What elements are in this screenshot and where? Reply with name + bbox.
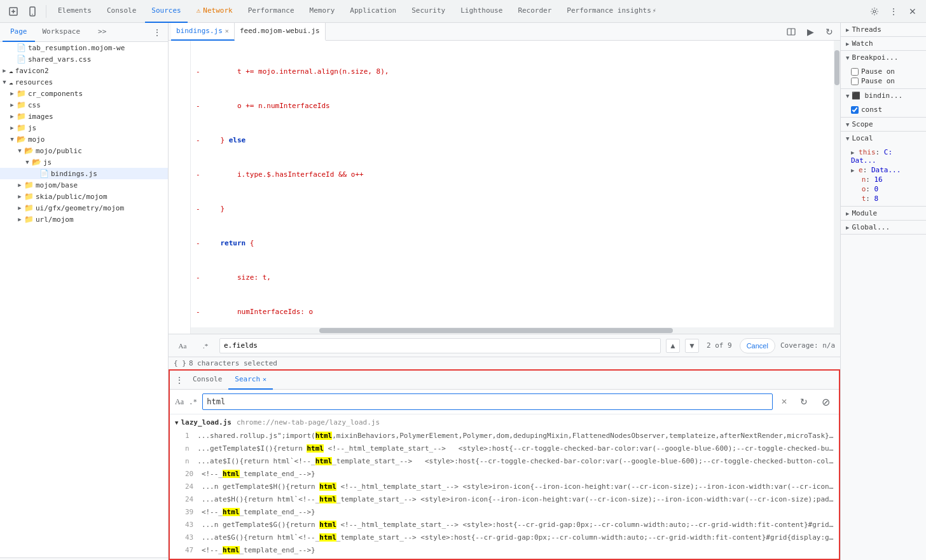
refresh-btn[interactable]: ↻ — [821, 24, 838, 40]
result-line[interactable]: 24 ...n getTemplate$H(){return html <!--… — [170, 481, 839, 493]
search-clear-btn[interactable]: ✕ — [778, 395, 791, 408]
vertical-scrollbar-track[interactable] — [834, 41, 840, 334]
split-editor-btn[interactable] — [783, 24, 799, 40]
file-tab-feed[interactable]: feed.mojom-webui.js — [235, 23, 326, 41]
horizontal-scrollbar-thumb[interactable] — [319, 328, 673, 333]
local-header[interactable]: ▼ Local — [841, 132, 926, 145]
pause-on-exceptions: Pause on — [851, 67, 921, 76]
bottom-menu-btn[interactable]: ⋮ — [172, 373, 186, 387]
tab-lighthouse[interactable]: Lighthouse — [454, 0, 509, 23]
tab-console[interactable]: Console — [100, 0, 142, 23]
search-input[interactable] — [202, 393, 773, 410]
tab-elements[interactable]: Elements — [52, 0, 98, 23]
bindings-bp-header[interactable]: ▼ ⬛ bindin... — [841, 89, 926, 102]
search-regex-btn[interactable]: .* — [197, 338, 214, 353]
file-icon: 📄 — [17, 43, 26, 52]
vertical-scrollbar-thumb[interactable] — [834, 50, 840, 85]
play-btn[interactable]: ▶ — [802, 24, 819, 40]
tab-memory[interactable]: Memory — [303, 0, 342, 23]
module-header[interactable]: ▶ Module — [841, 207, 926, 220]
search-regex-btn[interactable]: .* — [189, 398, 197, 406]
tree-item-ui-gfx[interactable]: ▶ 📁 ui/gfx/geometry/mojom — [0, 202, 168, 214]
bottom-tab-console[interactable]: Console — [186, 371, 228, 390]
result-line[interactable]: 20 <!--_html_template_end_-->} — [170, 468, 839, 481]
device-icon-btn[interactable] — [24, 3, 41, 20]
tree-item-mojom-base[interactable]: ▶ 📁 mojom/base — [0, 179, 168, 191]
tree-item-mojo-public-js[interactable]: ▼ 📂 js — [0, 156, 168, 168]
local-this[interactable]: ▶ this: C: Dat... — [851, 147, 921, 165]
tree-item-images[interactable]: ▶ 📁 images — [0, 111, 168, 122]
bp-const-checkbox[interactable] — [851, 106, 859, 114]
left-panel-resize[interactable] — [0, 557, 168, 560]
file-tab-bindings-label: bindings.js — [176, 27, 223, 35]
result-line[interactable]: 51 ...n getTemplate$F(){return html <!--… — [170, 557, 839, 559]
tab-performance[interactable]: Performance — [242, 0, 301, 23]
local-e[interactable]: ▶ e: Data... — [851, 165, 921, 175]
search-case-sensitive-btn[interactable]: Aa — [174, 338, 191, 353]
breakpoints-header[interactable]: ▼ Breakpoi... — [841, 51, 926, 64]
horizontal-scrollbar[interactable] — [191, 327, 834, 334]
tab-network[interactable]: ⚠ Network — [190, 0, 239, 23]
tree-item-bindings-js[interactable]: 📄 bindings.js — [0, 168, 168, 179]
tree-item-mojo[interactable]: ▼ 📂 mojo — [0, 133, 168, 145]
code-line: - size: t, — [196, 272, 835, 283]
find-in-file-input[interactable] — [219, 338, 661, 353]
bottom-tab-search[interactable]: Search ✕ — [228, 371, 273, 390]
bp-const-row: const — [851, 105, 921, 114]
tree-item-favicon2[interactable]: ▶ ☁ favicon2 — [0, 65, 168, 76]
global-header[interactable]: ▶ Global... — [841, 221, 926, 234]
inspect-icon-btn[interactable] — [5, 3, 22, 20]
subtab-workspace[interactable]: Workspace — [35, 23, 88, 42]
tree-item-skia[interactable]: ▶ 📁 skia/public/mojom — [0, 191, 168, 202]
result-line[interactable]: 24 ...ate$H(){return html`<!--_html_temp… — [170, 493, 839, 506]
result-line[interactable]: n ...getTemplate$I(){return html <!--_ht… — [170, 442, 839, 455]
result-line[interactable]: 47 <!--_html_template_end_-->} — [170, 544, 839, 557]
result-file-header[interactable]: ▼ lazy_load.js chrome://new-tab-page/laz… — [170, 416, 839, 430]
subtabs-menu-btn[interactable]: ⋮ — [149, 24, 165, 41]
tab-sources[interactable]: Sources — [145, 0, 187, 23]
file-tab-bindings[interactable]: bindings.js ✕ — [171, 23, 235, 41]
result-line[interactable]: n ...ate$I(){return html`<!--_html_templ… — [170, 455, 839, 468]
scope-label: Scope — [852, 120, 873, 128]
tab-perf-insights[interactable]: Performance insights ⚡ — [560, 0, 662, 23]
tab-recorder[interactable]: Recorder — [511, 0, 558, 23]
tree-item-mojo-public[interactable]: ▼ 📂 mojo/public — [0, 145, 168, 156]
tree-item-js[interactable]: ▶ 📁 js — [0, 122, 168, 133]
more-btn[interactable]: ⋮ — [885, 3, 902, 20]
bottom-tab-search-close[interactable]: ✕ — [263, 376, 266, 383]
result-line[interactable]: 1 ...shared.rollup.js";import(html,mixin… — [170, 430, 839, 442]
subtab-page[interactable]: Page — [3, 23, 35, 42]
folder-open-icon: 📂 — [17, 135, 26, 144]
cloud-folder-open-icon: ☁ — [9, 78, 13, 86]
subtab-more[interactable]: >> — [90, 23, 114, 42]
result-line[interactable]: 43 ...ate$G(){return html`<!--_html_temp… — [170, 531, 839, 544]
tree-item-shared-vars[interactable]: 📄 shared_vars.css — [0, 53, 168, 65]
find-prev-btn[interactable]: ▲ — [666, 339, 680, 353]
tree-item-url-mojom[interactable]: ▶ 📁 url/mojom — [0, 214, 168, 225]
tab-application[interactable]: Application — [343, 0, 403, 23]
tab-security[interactable]: Security — [405, 0, 452, 23]
folder-open-icon: 📂 — [24, 146, 34, 155]
find-in-file-bar: Aa .* ▲ ▼ 2 of 9 Cancel Coverage: n/a — [169, 334, 840, 357]
search-aa-btn[interactable]: Aa — [175, 397, 184, 407]
tree-item-resources[interactable]: ▼ ☁ resources — [0, 76, 168, 88]
find-next-btn[interactable]: ▼ — [685, 339, 699, 353]
watch-header[interactable]: ▶ Watch — [841, 37, 926, 50]
close-devtools-btn[interactable]: ✕ — [904, 3, 921, 20]
scope-header[interactable]: ▼ Scope — [841, 118, 926, 131]
find-cancel-btn[interactable]: Cancel — [740, 338, 775, 353]
result-line[interactable]: 43 ...n getTemplate$G(){return html <!--… — [170, 519, 839, 531]
file-tab-bindings-close[interactable]: ✕ — [225, 27, 229, 34]
threads-header[interactable]: ▶ Threads — [841, 23, 926, 36]
pause-exceptions-checkbox[interactable] — [851, 68, 859, 76]
tree-item-tab-resumption[interactable]: 📄 tab_resumption.mojom-we — [0, 42, 168, 53]
pause-caught-checkbox[interactable] — [851, 78, 859, 85]
tree-item-css[interactable]: ▶ 📁 css — [0, 99, 168, 111]
search-refresh-btn[interactable]: ↻ — [796, 393, 812, 410]
right-section-bindings-bp: ▼ ⬛ bindin... const — [841, 89, 926, 118]
result-line[interactable]: 39 <!--_html_template_end_-->} — [170, 506, 839, 519]
tree-item-cr-components[interactable]: ▶ 📁 cr_components — [0, 88, 168, 99]
code-area[interactable]: - t += mojo.internal.align(n.size, 8), -… — [169, 41, 840, 334]
settings-btn[interactable] — [866, 3, 883, 20]
search-stop-btn[interactable]: ⊘ — [817, 393, 834, 410]
